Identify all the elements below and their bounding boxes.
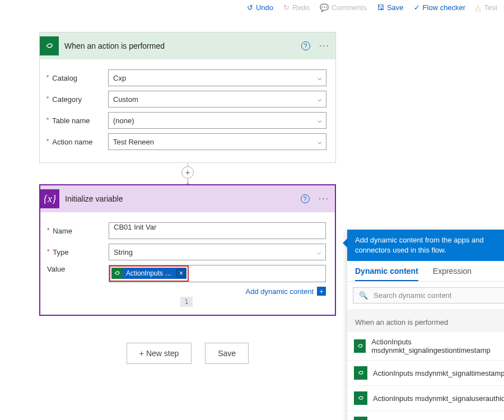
save-step-button[interactable]: Save (205, 343, 249, 364)
dataverse-icon (354, 339, 366, 353)
search-input[interactable]: 🔍 Search dynamic content (353, 287, 504, 304)
undo-label: Undo (256, 3, 273, 12)
list-item[interactable]: ActionInputs msdynmkt_signalingestiontim… (347, 332, 504, 361)
chevron-down-icon: ⌵ (317, 248, 321, 256)
value-input[interactable]: ActionInputs m... × (109, 265, 326, 282)
undo-button[interactable]: ↺Undo (247, 3, 273, 12)
tab-expression[interactable]: Expression (433, 267, 472, 281)
search-icon: 🔍 (359, 291, 368, 300)
panel-callout (343, 239, 347, 248)
test-label: Test (484, 3, 497, 12)
token-remove-icon[interactable]: × (176, 268, 186, 278)
catalog-label: Catalog (46, 74, 108, 82)
token-source-icon (111, 268, 123, 279)
footer-buttons: + New step Save (39, 343, 336, 364)
action-card-header[interactable]: {x} Initialize variable ? ··· (40, 185, 335, 212)
tab-dynamic-content[interactable]: Dynamic content (355, 267, 418, 281)
help-icon[interactable]: ? (301, 194, 310, 203)
value-highlight-box: ActionInputs m... × (109, 265, 189, 282)
list-item[interactable]: ActionInputs msdynmkt_signaluserauthid (347, 386, 504, 411)
connector: + ↓ (39, 163, 336, 184)
chevron-down-icon: ⌵ (318, 138, 321, 146)
dynamic-content-token[interactable]: ActionInputs m... × (111, 268, 186, 279)
catalog-value: Cxp (113, 74, 126, 82)
chevron-down-icon: ⌵ (318, 74, 321, 82)
action-label: Action name (46, 138, 108, 146)
redo-icon: ↻ (283, 3, 290, 12)
name-value: CB01 Init Var (114, 223, 156, 231)
table-label: Table name (46, 116, 108, 125)
table-value: (none) (113, 116, 134, 125)
redo-button: ↻Redo (283, 3, 310, 12)
list-item[interactable]: ActionInputs msdynmkt_profileid (347, 411, 504, 420)
test-button[interactable]: △Test (475, 3, 497, 12)
undo-icon: ↺ (247, 3, 253, 12)
name-input[interactable]: CB01 Init Var (109, 222, 326, 239)
trigger-card: When an action is performed ? ··· Catalo… (39, 32, 336, 163)
type-label: Type (47, 248, 109, 256)
list-item[interactable]: ActionInputs msdynmkt_signaltimestamp (347, 361, 504, 386)
add-dynamic-content-link[interactable]: Add dynamic content (246, 287, 314, 296)
dataverse-icon (40, 36, 59, 55)
panel-header: Add dynamic content from the apps and co… (347, 230, 504, 261)
section-header: When an action is performed (347, 309, 504, 332)
flow-checker-icon: ✓ (414, 3, 420, 12)
item-label: ActionInputs msdynmkt_signalingestiontim… (371, 338, 504, 354)
category-dropdown[interactable]: Custom⌵ (108, 91, 326, 108)
name-label: Name (47, 227, 109, 235)
action-value: Test Reneen (113, 138, 154, 146)
more-icon[interactable]: ··· (319, 41, 330, 51)
chevron-down-icon: ⌵ (318, 95, 321, 103)
action-card: {x} Initialize variable ? ··· Name CB01 … (39, 184, 336, 316)
dataverse-icon (354, 391, 367, 405)
plus-icon[interactable]: ＋ (317, 287, 326, 296)
top-toolbar: ↺Undo ↻Redo 💬Comments 🖫Save ✓Flow checke… (0, 0, 504, 15)
value-label: Value (47, 265, 109, 273)
catalog-dropdown[interactable]: Cxp⌵ (108, 69, 326, 86)
item-label: ActionInputs msdynmkt_signaluserauthid (373, 394, 504, 403)
trigger-title: When an action is performed (64, 41, 296, 50)
flow-checker-button[interactable]: ✓Flow checker (414, 3, 466, 12)
save-button[interactable]: 🖫Save (377, 3, 404, 12)
comments-button[interactable]: 💬Comments (320, 3, 367, 12)
trigger-card-header[interactable]: When an action is performed ? ··· (40, 32, 335, 59)
flow-checker-label: Flow checker (423, 3, 466, 12)
help-icon[interactable]: ? (301, 41, 310, 50)
action-title: Initialize variable (65, 194, 295, 203)
panel-tabs: Dynamic content Expression (347, 261, 504, 282)
type-value: String (114, 248, 133, 256)
dynamic-items-list: ActionInputs msdynmkt_signalingestiontim… (347, 332, 504, 420)
dataverse-icon (354, 417, 367, 420)
comments-icon: 💬 (320, 3, 329, 12)
variable-icon: {x} (40, 189, 59, 208)
type-dropdown[interactable]: String⌵ (109, 244, 326, 260)
arrow-down-icon: ↓ (185, 179, 190, 184)
more-icon[interactable]: ··· (319, 194, 329, 204)
action-dropdown[interactable]: Test Reneen⌵ (108, 133, 326, 150)
search-placeholder: Search dynamic content (374, 291, 451, 300)
save-label: Save (387, 3, 404, 12)
dynamic-content-panel: Add dynamic content from the apps and co… (347, 230, 504, 420)
test-icon: △ (475, 3, 481, 12)
save-icon: 🖫 (377, 3, 384, 12)
token-text: ActionInputs m... (123, 268, 176, 278)
dataverse-icon (354, 366, 367, 380)
category-label: Category (46, 95, 108, 104)
redo-label: Redo (292, 3, 310, 12)
category-value: Custom (113, 95, 138, 104)
table-dropdown[interactable]: (none)⌵ (108, 112, 326, 129)
chevron-down-icon: ⌵ (318, 116, 321, 124)
item-label: ActionInputs msdynmkt_signaltimestamp (373, 369, 504, 377)
new-step-button[interactable]: + New step (127, 343, 192, 364)
comments-label: Comments (332, 3, 367, 12)
insert-below-icon[interactable]: ⤵ (180, 297, 193, 307)
